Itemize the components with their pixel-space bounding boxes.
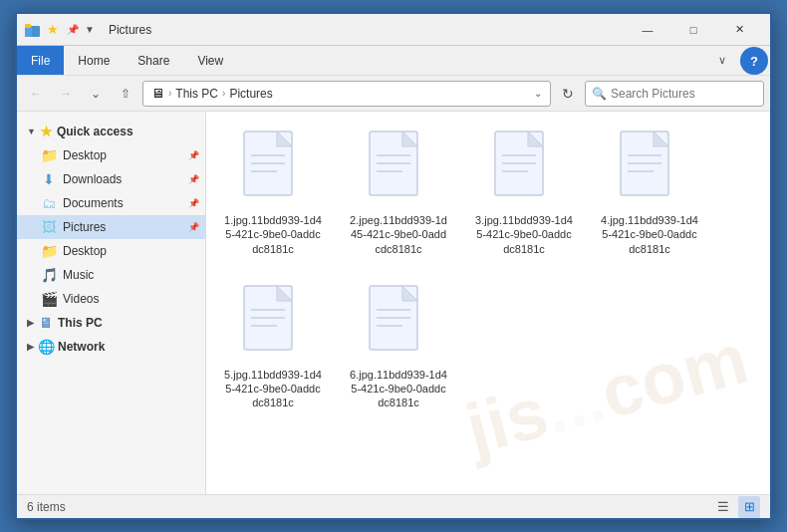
file-icon [239,284,307,364]
window-icon-folder [25,22,41,38]
maximize-button[interactable]: □ [670,14,716,46]
videos-folder-icon: 🎬 [41,291,57,307]
quick-access-header[interactable]: ▼ ★ Quick access [17,120,205,143]
menu-expand-area: ∨ [706,46,738,75]
file-item[interactable]: 4.jpg.11bdd939-1d45-421c-9be0-0addcdc818… [595,124,704,262]
file-icon [365,130,432,209]
list-view-button[interactable]: ☰ [712,496,734,518]
desktop-folder-icon: 📁 [41,147,57,163]
sidebar: ▼ ★ Quick access 📁 Desktop 📌 ⬇ Downloads… [17,112,206,494]
sidebar-music-label: Music [63,268,94,282]
desktop-folder-icon-2: 📁 [41,243,57,259]
help-button[interactable]: ? [740,47,768,75]
close-button[interactable]: ✕ [716,14,762,46]
title-bar-icons: ★ 📌 ▼ [25,22,101,38]
file-icon [490,130,558,209]
sidebar-videos-label: Videos [63,292,99,306]
view-controls: ☰ ⊞ [712,496,760,518]
pin-icon-documents: 📌 [188,198,199,208]
sidebar-item-music[interactable]: 🎵 Music [17,263,205,287]
file-item[interactable]: 3.jpg.11bdd939-1d45-421c-9be0-0addcdc818… [469,124,579,262]
file-name: 1.jpg.11bdd939-1d45-421c-9be0-0addcdc818… [224,213,322,256]
path-dropdown-arrow[interactable]: ⌄ [534,88,542,99]
sidebar-item-pictures-pin[interactable]: 🖼 Pictures 📌 [17,215,205,239]
this-pc-chevron: ▶ [27,318,34,328]
file-name: 5.jpg.11bdd939-1d45-421c-9be0-0addcdc818… [224,368,322,410]
path-this-pc[interactable]: This PC [175,87,218,101]
file-icon [239,130,307,209]
this-pc-label: This PC [58,316,103,330]
file-name: 4.jpg.11bdd939-1d45-421c-9be0-0addcdc818… [601,213,698,256]
sidebar-pictures-pin-label: Pictures [63,220,106,234]
documents-folder-icon: 🗂 [41,195,57,211]
path-pictures[interactable]: Pictures [229,87,272,101]
sidebar-documents-pin-label: Documents [63,196,124,210]
menu-home[interactable]: Home [64,46,124,75]
quick-access-label: Quick access [57,125,133,138]
svg-rect-2 [25,24,31,28]
file-name: 3.jpg.11bdd939-1d45-421c-9be0-0addcdc818… [475,213,573,256]
downloads-folder-icon: ⬇ [41,171,57,187]
refresh-button[interactable]: ↻ [555,81,581,107]
path-sep-1: › [168,88,171,99]
sidebar-item-documents-pin[interactable]: 🗂 Documents 📌 [17,191,205,215]
music-folder-icon: 🎵 [41,267,57,283]
file-item[interactable]: 5.jpg.11bdd939-1d45-421c-9be0-0addcdc818… [218,278,328,416]
menu-bar: File Home Share View ∨ ? [17,46,770,76]
network-label: Network [58,340,105,354]
pin-icon-title: 📌 [65,22,81,38]
file-area-wrapper: 1.jpg.11bdd939-1d45-421c-9be0-0addcdc818… [206,112,770,494]
pin-icon-desktop: 📌 [188,150,199,160]
network-chevron: ▶ [27,342,34,352]
menu-share[interactable]: Share [124,46,183,75]
pin-icon-pictures: 📌 [188,222,199,232]
path-sep-2: › [222,88,225,99]
search-input[interactable] [611,87,760,101]
item-count: 6 items [27,500,66,514]
file-item[interactable]: 2.jpeg.11bdd939-1d45-421c-9be0-0addcdc81… [344,124,453,262]
file-item[interactable]: 6.jpg.11bdd939-1d45-421c-9be0-0addcdc818… [344,278,453,416]
title-bar: ★ 📌 ▼ Pictures — □ ✕ [17,14,770,46]
back-button[interactable]: ← [23,81,49,107]
sidebar-item-downloads-pin[interactable]: ⬇ Downloads 📌 [17,167,205,191]
network-icon: 🌐 [38,339,54,355]
menu-expand-icon[interactable]: ∨ [714,54,730,67]
search-box[interactable]: 🔍 [585,81,764,107]
sidebar-desktop-pin-label: Desktop [63,148,107,162]
quick-access-icon: ★ [45,22,61,38]
main-content: ▼ ★ Quick access 📁 Desktop 📌 ⬇ Downloads… [17,112,770,494]
sidebar-item-desktop-pin[interactable]: 📁 Desktop 📌 [17,143,205,167]
files-grid: 1.jpg.11bdd939-1d45-421c-9be0-0addcdc818… [218,124,758,416]
this-pc-header[interactable]: ▶ 🖥 This PC [17,311,205,335]
file-name: 6.jpg.11bdd939-1d45-421c-9be0-0addcdc818… [350,368,447,410]
pc-icon: 🖥 [38,315,54,331]
file-item[interactable]: 1.jpg.11bdd939-1d45-421c-9be0-0addcdc818… [218,124,328,262]
sidebar-item-desktop[interactable]: 📁 Desktop [17,239,205,263]
window-title: Pictures [109,23,625,37]
minimize-button[interactable]: — [625,14,670,46]
file-icon [365,284,432,364]
network-header[interactable]: ▶ 🌐 Network [17,335,205,359]
quick-access-chevron: ▼ [27,127,36,136]
path-icon: 🖥 [151,86,164,101]
quick-access-icon: ★ [40,124,53,139]
file-icon [616,130,683,209]
status-bar: 6 items ☰ ⊞ [17,494,770,518]
title-bar-dropdown-arrow[interactable]: ▼ [85,24,95,35]
forward-button[interactable]: → [53,81,79,107]
file-area: 1.jpg.11bdd939-1d45-421c-9be0-0addcdc818… [206,112,770,494]
title-bar-controls: — □ ✕ [625,14,762,46]
file-name: 2.jpeg.11bdd939-1d45-421c-9be0-0addcdc81… [350,213,447,256]
sidebar-item-videos[interactable]: 🎬 Videos [17,287,205,311]
pin-icon-downloads: 📌 [188,174,199,184]
grid-view-button[interactable]: ⊞ [738,496,760,518]
address-bar: ← → ⌄ ⇧ 🖥 › This PC › Pictures ⌄ ↻ 🔍 [17,76,770,112]
menu-file[interactable]: File [17,46,64,75]
pictures-folder-icon: 🖼 [41,219,57,235]
up-button[interactable]: ⇧ [113,81,138,107]
dropdown-recent-button[interactable]: ⌄ [83,81,109,107]
menu-view[interactable]: View [183,46,237,75]
sidebar-desktop-label: Desktop [63,244,107,258]
address-path[interactable]: 🖥 › This PC › Pictures ⌄ [142,81,551,107]
sidebar-downloads-pin-label: Downloads [63,172,122,186]
